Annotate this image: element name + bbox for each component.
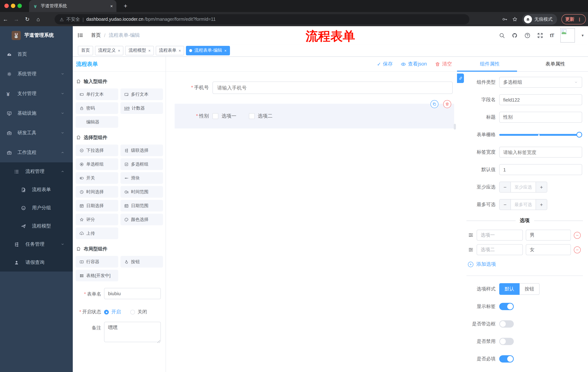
sidebar-item-infra[interactable]: 基础设施	[0, 103, 73, 123]
component-time-picker[interactable]: 时间选择	[76, 186, 118, 198]
sidebar-item-home[interactable]: 首页	[0, 44, 73, 64]
component-row-container[interactable]: 行容器	[76, 256, 118, 267]
breadcrumb-home[interactable]: 首页	[91, 32, 101, 39]
sidebar-item-workflow[interactable]: 工作流程	[0, 143, 73, 162]
copy-component-button[interactable]	[430, 100, 439, 108]
phone-field-row[interactable]: *手机号	[175, 82, 454, 94]
close-icon[interactable]: ×	[179, 48, 181, 53]
fullscreen-icon[interactable]	[537, 32, 543, 38]
style-button-button[interactable]: 按钮	[520, 283, 540, 295]
required-toggle[interactable]	[499, 355, 514, 362]
remove-option-button[interactable]: −	[574, 232, 581, 239]
sidebar-item-devtools[interactable]: 研发工具	[0, 123, 73, 143]
clear-button[interactable]: 清空	[435, 61, 452, 67]
drag-handle-icon[interactable]	[468, 247, 474, 253]
tag-process-form[interactable]: 流程表单×	[156, 46, 184, 55]
font-size-icon[interactable]: tT	[550, 32, 554, 38]
component-color-picker[interactable]: 颜色选择	[120, 214, 163, 225]
view-json-button[interactable]: 查看json	[401, 61, 427, 67]
selected-gender-component[interactable]: *性别 选项一 选项二	[175, 104, 454, 128]
tab-close-icon[interactable]: ×	[110, 3, 113, 9]
tag-process-model[interactable]: 流程模型×	[125, 46, 154, 55]
drag-handle-icon[interactable]	[468, 232, 474, 238]
component-checkbox-group[interactable]: 多选框组	[120, 158, 163, 170]
sidebar-item-process-form[interactable]: 流程表单	[0, 181, 73, 199]
component-multi-text[interactable]: 多行文本	[120, 88, 163, 100]
traffic-close-button[interactable]	[4, 4, 9, 8]
tag-home[interactable]: 首页	[78, 46, 93, 55]
component-radio-group[interactable]: 单选框组	[76, 158, 118, 170]
sidebar-item-leave-query[interactable]: 请假查询	[0, 253, 73, 272]
form-name-input[interactable]	[104, 288, 161, 299]
radio-open[interactable]: 开启	[104, 309, 121, 315]
tab-component-props[interactable]: 组件属性	[457, 57, 523, 71]
back-icon[interactable]: ←	[0, 16, 11, 22]
close-icon[interactable]: ×	[118, 48, 120, 53]
new-tab-button[interactable]: +	[121, 1, 130, 11]
component-switch[interactable]: 开关	[76, 172, 118, 184]
component-counter[interactable]: 123计数器	[120, 102, 163, 114]
phone-input[interactable]	[212, 82, 453, 94]
address-bar[interactable]: ⚠ 不安全 | dashboard.yudao.iocoder.cn/bpm/m…	[55, 14, 469, 24]
home-icon[interactable]: ⌂	[33, 16, 44, 22]
component-editor[interactable]: 编辑器	[76, 116, 118, 128]
remove-option-button[interactable]: −	[574, 246, 581, 253]
app-logo[interactable]: 🐰 芋道管理系统	[0, 26, 73, 44]
radio-closed[interactable]: 关闭	[130, 309, 147, 315]
more-icon[interactable]: ⋮	[577, 17, 582, 22]
tag-process-definition[interactable]: 流程定义×	[95, 46, 124, 55]
title-input[interactable]	[499, 112, 582, 123]
label-width-input[interactable]	[499, 147, 582, 158]
gender-option-2[interactable]: 选项二	[249, 113, 273, 119]
update-button[interactable]: 更新 ⋮	[561, 14, 586, 24]
component-dropdown[interactable]: 下拉选择	[76, 145, 118, 156]
show-label-toggle[interactable]	[499, 303, 514, 310]
disabled-toggle[interactable]	[499, 338, 514, 345]
component-date-picker[interactable]: 日期选择	[76, 200, 118, 212]
component-single-text[interactable]: 单行文本	[76, 88, 118, 100]
bookmark-star-icon[interactable]	[512, 16, 518, 22]
traffic-minimize-button[interactable]	[11, 4, 15, 8]
component-upload[interactable]: 上传	[76, 227, 118, 239]
reload-icon[interactable]: ↻	[22, 16, 33, 22]
component-date-range[interactable]: 日期范围	[120, 200, 163, 212]
sidebar-item-system[interactable]: 系统管理	[0, 64, 73, 84]
delete-component-button[interactable]	[443, 100, 451, 108]
component-button[interactable]: 按钮	[120, 256, 163, 267]
component-slider[interactable]: 滑块	[120, 172, 163, 184]
component-rate[interactable]: 评分	[76, 214, 118, 225]
field-name-input[interactable]	[499, 94, 582, 105]
sidebar-fold-icon[interactable]	[77, 32, 84, 39]
close-icon[interactable]: ×	[224, 48, 227, 53]
option-1-label-input[interactable]	[477, 230, 523, 241]
tag-process-form-edit[interactable]: 流程表单-编辑×	[186, 46, 230, 55]
form-grid-slider[interactable]	[499, 129, 582, 140]
tab-form-props[interactable]: 表单属性	[523, 57, 588, 71]
component-table[interactable]: 表格[开发中]	[76, 270, 118, 281]
gender-option-1[interactable]: 选项一	[212, 113, 236, 119]
forward-icon[interactable]: →	[11, 16, 22, 22]
resize-handle[interactable]	[157, 340, 160, 343]
avatar-caret-icon[interactable]: ▾	[582, 33, 584, 38]
canvas-scrollbar[interactable]	[454, 124, 456, 130]
checkbox-icon[interactable]	[249, 113, 254, 119]
option-1-value-input[interactable]	[526, 230, 571, 241]
component-cascader[interactable]: 级联选择	[120, 145, 163, 156]
minus-button[interactable]: −	[500, 200, 511, 210]
sidebar-item-user-group[interactable]: 用户分组	[0, 199, 73, 217]
sidebar-item-payment[interactable]: ¥ 支付管理	[0, 84, 73, 103]
style-default-button[interactable]: 默认	[499, 283, 520, 295]
minus-button[interactable]: −	[500, 182, 511, 192]
component-time-range[interactable]: 时间范围	[120, 186, 163, 198]
plus-button[interactable]: +	[536, 200, 547, 210]
help-icon[interactable]	[525, 32, 531, 38]
plus-button[interactable]: +	[536, 182, 547, 192]
save-button[interactable]: ✓保存	[377, 61, 393, 67]
close-icon[interactable]: ×	[148, 48, 151, 53]
max-select-placeholder[interactable]: 最多可选	[511, 200, 536, 210]
form-remark-textarea[interactable]: 嘿嘿	[104, 322, 161, 342]
default-value-input[interactable]	[499, 164, 582, 175]
search-icon[interactable]	[499, 32, 505, 38]
sidebar-item-process-model[interactable]: 流程模型	[0, 217, 73, 235]
github-icon[interactable]	[512, 32, 518, 38]
